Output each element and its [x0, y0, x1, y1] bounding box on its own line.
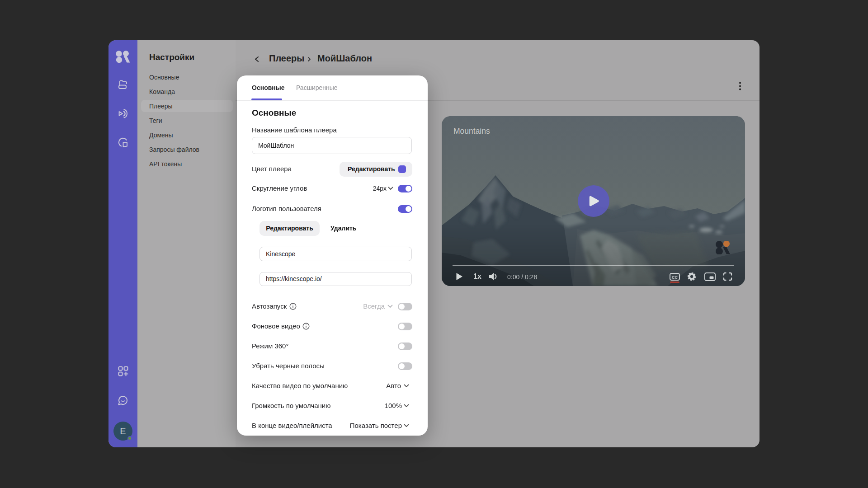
svg-text:CC: CC [672, 275, 678, 280]
